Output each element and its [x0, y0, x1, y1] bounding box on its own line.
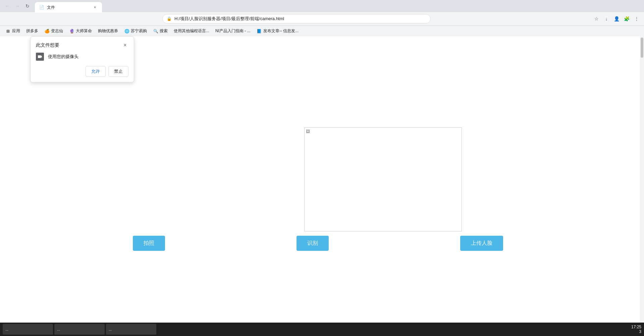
upload-face-button[interactable]: 上传人脸: [460, 236, 503, 251]
bookmark-suning[interactable]: 🌐 苏宁易购: [121, 27, 150, 35]
photo-button[interactable]: 拍照: [133, 236, 165, 251]
allow-button[interactable]: 允许: [86, 66, 106, 77]
bookmark-search[interactable]: 🔍 搜索: [150, 27, 170, 35]
ni-label: NI产品入门指南 - ...: [215, 28, 251, 34]
profile-button[interactable]: 👤: [612, 14, 621, 23]
bookmarks-bar: ⊞ 应用 拼多多 🍊 变志仙 🔮 大师算命 购物优惠券 🌐 苏宁易购 🔍 搜索 …: [0, 25, 644, 36]
address-bar[interactable]: 🔒 H:/项目/人脸识别服务器/项目/最后整理/前端/camera.html: [162, 14, 431, 23]
clock-date: 3: [631, 329, 641, 334]
download-button[interactable]: ↓: [602, 14, 611, 23]
taskbar-item-2[interactable]: ...: [54, 324, 105, 335]
popup-actions: 允许 禁止: [36, 66, 128, 77]
apps-bookmark[interactable]: ⊞ 应用: [3, 27, 23, 35]
bianzhi-icon: 🍊: [44, 29, 50, 34]
fabu-label: 发布文章-- 信息发...: [263, 28, 299, 34]
camera-section: 🖼: [304, 127, 462, 231]
active-tab[interactable]: 📄 文件 ×: [35, 2, 102, 13]
gouyou-label: 购物优惠券: [98, 28, 118, 34]
bookmark-dashi[interactable]: 🔮 大师算命: [66, 27, 95, 35]
nav-buttons: ← → ↻: [3, 1, 32, 11]
back-button[interactable]: ←: [3, 1, 12, 11]
apps-icon: ⊞: [5, 29, 11, 34]
dashi-icon: 🔮: [69, 29, 74, 34]
taskbar-item-1-text: ...: [5, 327, 8, 331]
bookmark-gouyou[interactable]: 购物优惠券: [95, 27, 121, 35]
suning-label: 苏宁易购: [131, 28, 147, 34]
dashi-label: 大师算命: [76, 28, 92, 34]
clock-time: 17:25: [631, 325, 641, 329]
bookmark-qita[interactable]: 使用其他编程语言...: [171, 27, 212, 35]
bookmark-label: 拼多多: [26, 28, 38, 34]
taskbar-item-1[interactable]: ...: [3, 324, 53, 335]
bookmark-item[interactable]: 拼多多: [23, 27, 41, 35]
taskbar-item-3-text: ...: [109, 327, 112, 331]
popup-header: 此文件想要 ×: [36, 42, 128, 49]
tab-close-button[interactable]: ×: [92, 4, 98, 10]
fabu-icon: 📘: [257, 29, 262, 34]
recognize-button[interactable]: 识别: [297, 236, 329, 251]
scrollbar-thumb[interactable]: [641, 38, 643, 58]
taskbar-item-2-text: ...: [57, 327, 60, 331]
tab-bar: ← → ↻ 📄 文件 ×: [0, 0, 644, 12]
bookmark-fabu[interactable]: 📘 发布文章-- 信息发...: [254, 27, 301, 35]
permission-popup: 此文件想要 × 使用您的摄像头 允许 禁止: [30, 36, 134, 82]
popup-title: 此文件想要: [36, 42, 59, 48]
apps-label: 应用: [12, 28, 20, 34]
reload-button[interactable]: ↻: [23, 1, 32, 11]
bianzhi-label: 变志仙: [51, 28, 63, 34]
address-bar-row: 🔒 H:/项目/人脸识别服务器/项目/最后整理/前端/camera.html ☆…: [0, 12, 644, 25]
camera-permission-icon: [36, 53, 44, 61]
tab-title: 文件: [47, 5, 89, 10]
extensions-button[interactable]: 🧩: [622, 14, 631, 23]
taskbar-clock: 17:25 3: [631, 325, 641, 334]
menu-button[interactable]: ⋮: [632, 14, 641, 23]
popup-camera-item: 使用您的摄像头: [36, 53, 128, 61]
deny-button[interactable]: 禁止: [108, 66, 128, 77]
bookmark-star-button[interactable]: ☆: [592, 14, 601, 23]
forward-button[interactable]: →: [13, 1, 22, 11]
popup-close-button[interactable]: ×: [122, 42, 128, 49]
broken-image-icon: 🖼: [306, 129, 310, 134]
taskbar: ... ... ... 17:25 3: [0, 323, 644, 336]
address-url: H:/项目/人脸识别服务器/项目/最后整理/前端/camera.html: [174, 16, 426, 22]
bookmark-ni[interactable]: NI产品入门指南 - ...: [213, 27, 253, 35]
browser-chrome: ← → ↻ 📄 文件 × 🔒 H:/项目/人脸识别服务器/项目/最后整理/前端/…: [0, 0, 644, 37]
search-icon: 🔍: [153, 29, 158, 34]
bookmark-bianzhi[interactable]: 🍊 变志仙: [42, 27, 66, 35]
suning-icon: 🌐: [124, 29, 129, 34]
action-buttons-row: 拍照 识别 上传人脸: [0, 236, 636, 251]
search-label: 搜索: [160, 28, 168, 34]
address-bar-wrapper: 🔒 H:/项目/人脸识别服务器/项目/最后整理/前端/camera.html: [3, 14, 590, 23]
camera-permission-text: 使用您的摄像头: [48, 54, 78, 60]
qita-label: 使用其他编程语言...: [174, 28, 209, 34]
taskbar-item-3[interactable]: ...: [106, 324, 156, 335]
lock-icon: 🔒: [167, 16, 172, 21]
toolbar-buttons: ☆ ↓ 👤 🧩 ⋮: [592, 14, 641, 23]
tab-favicon: 📄: [39, 5, 44, 10]
scrollbar[interactable]: [640, 36, 644, 336]
camera-preview: 🖼: [304, 127, 462, 231]
